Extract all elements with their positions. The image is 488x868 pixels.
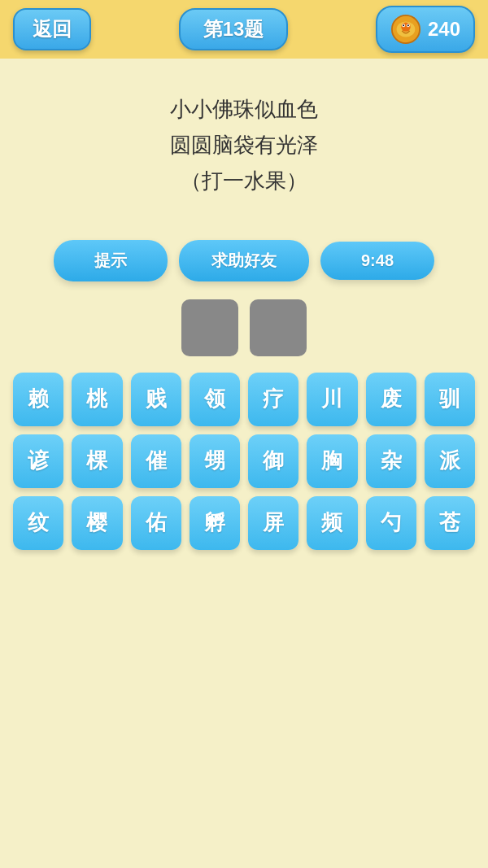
char-grid: 赖桃贱领疗川废驯谚棵催甥御胸杂派纹樱佑孵屏频勺苍 bbox=[0, 356, 488, 550]
riddle-area: 小小佛珠似血色 圆圆脑袋有光泽 （打一水果） bbox=[0, 59, 488, 216]
char-button-2-3[interactable]: 孵 bbox=[190, 496, 240, 550]
char-button-0-3[interactable]: 领 bbox=[190, 373, 240, 426]
score-area: 240 bbox=[376, 6, 475, 53]
char-button-0-0[interactable]: 赖 bbox=[13, 373, 63, 426]
char-button-0-5[interactable]: 川 bbox=[307, 373, 357, 426]
char-button-1-4[interactable]: 御 bbox=[248, 434, 298, 488]
char-button-2-2[interactable]: 佑 bbox=[131, 496, 181, 550]
char-row-2: 纹樱佑孵屏频勺苍 bbox=[13, 496, 475, 550]
char-button-0-1[interactable]: 桃 bbox=[72, 373, 122, 426]
timer-display: 9:48 bbox=[320, 242, 434, 280]
char-button-2-5[interactable]: 频 bbox=[307, 496, 357, 550]
char-button-1-7[interactable]: 派 bbox=[425, 434, 475, 488]
answer-box-1[interactable] bbox=[181, 299, 238, 356]
answer-box-2[interactable] bbox=[250, 299, 307, 356]
char-row-1: 谚棵催甥御胸杂派 bbox=[13, 434, 475, 488]
help-button[interactable]: 求助好友 bbox=[179, 240, 309, 281]
char-button-1-5[interactable]: 胸 bbox=[307, 434, 357, 488]
hint-button[interactable]: 提示 bbox=[54, 240, 168, 281]
question-label: 第13题 bbox=[179, 8, 289, 50]
svg-point-6 bbox=[407, 24, 409, 26]
riddle-line2: 圆圆脑袋有光泽 bbox=[24, 127, 464, 163]
answer-boxes bbox=[0, 299, 488, 356]
char-button-0-4[interactable]: 疗 bbox=[248, 373, 298, 426]
char-button-0-2[interactable]: 贱 bbox=[131, 373, 181, 426]
char-button-2-7[interactable]: 苍 bbox=[425, 496, 475, 550]
char-row-0: 赖桃贱领疗川废驯 bbox=[13, 373, 475, 426]
char-button-2-4[interactable]: 屏 bbox=[248, 496, 298, 550]
header: 返回 第13题 240 bbox=[0, 0, 488, 59]
char-button-1-1[interactable]: 棵 bbox=[72, 434, 122, 488]
char-button-2-0[interactable]: 纹 bbox=[13, 496, 63, 550]
char-button-2-1[interactable]: 樱 bbox=[72, 496, 122, 550]
controls-row: 提示 求助好友 9:48 bbox=[0, 240, 488, 281]
riddle-text: 小小佛珠似血色 圆圆脑袋有光泽 （打一水果） bbox=[24, 91, 464, 199]
back-button[interactable]: 返回 bbox=[13, 8, 91, 50]
riddle-line1: 小小佛珠似血色 bbox=[24, 91, 464, 127]
char-button-1-6[interactable]: 杂 bbox=[366, 434, 416, 488]
riddle-line3: （打一水果） bbox=[24, 163, 464, 198]
char-button-2-6[interactable]: 勺 bbox=[366, 496, 416, 550]
char-button-1-2[interactable]: 催 bbox=[131, 434, 181, 488]
svg-point-2 bbox=[401, 22, 410, 31]
score-value: 240 bbox=[428, 18, 460, 41]
char-button-0-6[interactable]: 废 bbox=[366, 373, 416, 426]
svg-point-5 bbox=[403, 24, 404, 26]
char-button-0-7[interactable]: 驯 bbox=[425, 373, 475, 426]
char-button-1-3[interactable]: 甥 bbox=[190, 434, 240, 488]
coin-icon bbox=[390, 14, 421, 45]
char-button-1-0[interactable]: 谚 bbox=[13, 434, 63, 488]
